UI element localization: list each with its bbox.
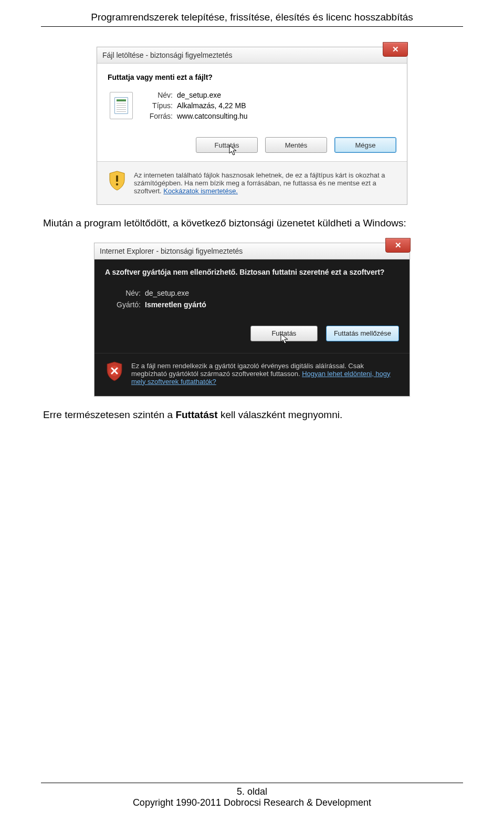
save-label: Mentés [285,141,308,149]
text2-pre: Erre természetesen szintén a [43,409,175,420]
dialog1-meta: Név:de_setup.exe Típus:Alkalmazás, 4,22 … [142,91,248,122]
page-footer: 5. oldal Copyright 1990-2011 Dobrocsi Re… [41,783,463,808]
header-rule [41,26,463,27]
dialog1-warning-area: Az interneten található fájlok hasznosak… [97,161,407,204]
vendor-label: Gyártó: [109,300,141,309]
download-security-dialog: Fájl letöltése - biztonsági figyelmeztet… [97,47,407,205]
cancel-button[interactable]: Mégse [334,137,396,153]
body-text-2: Erre természetesen szintén a Futtatást k… [43,408,461,422]
vendor-value: Ismeretlen gyártó [145,300,206,309]
dialog2-warning-area: Ez a fájl nem rendelkezik a gyártót igaz… [94,353,410,396]
dialog2-prompt: A szoftver gyártója nem ellenőrizhető. B… [94,259,410,285]
file-icon [110,92,133,119]
dialog2-buttons: Futtatás Futtatás mellőzése [94,314,410,353]
shield-warning-icon [108,171,127,190]
close-icon: ✕ [392,45,399,54]
dialog1-titlebar: Fájl letöltése - biztonsági figyelmeztet… [97,47,407,64]
run-label: Futtatás [215,141,239,149]
dialog1-warning-text: Az interneten található fájlok hasznosak… [134,171,396,195]
dialog1-prompt: Futtatja vagy menti ezt a fájlt? [108,73,396,81]
page-header-title: Programrendszerek telepítése, frissítése… [41,12,463,23]
run-button[interactable]: Futtatás [196,137,258,153]
risk-link[interactable]: Kockázatok ismertetése. [163,187,238,195]
name-value: de_setup.exe [145,289,189,297]
close-button[interactable]: ✕ [383,42,408,57]
shield-error-icon [105,362,124,381]
text2-post: kell válaszként megnyomni. [218,409,343,420]
run-label: Futtatás [271,329,296,337]
name-value: de_setup.exe [177,91,221,99]
dialog1-buttons: Futtatás Mentés Mégse [97,128,407,161]
svg-rect-0 [116,175,118,182]
type-value: Alkalmazás, 4,22 MB [177,101,246,110]
body-text-1: Miután a program letöltődött, a következ… [43,216,461,230]
save-button[interactable]: Mentés [265,137,327,153]
source-label: Forrás: [142,112,173,120]
page-number: 5. oldal [41,786,463,797]
run-button[interactable]: Futtatás [250,326,318,341]
skip-label: Futtatás mellőzése [334,329,391,337]
type-label: Típus: [142,101,173,110]
svg-point-1 [116,183,118,185]
footer-rule [41,783,463,783]
name-label: Név: [109,289,141,297]
dialog2-titlebar: Internet Explorer - biztonsági figyelmez… [94,243,410,259]
copyright: Copyright 1990-2011 Dobrocsi Research & … [41,797,463,808]
dialog2-title: Internet Explorer - biztonsági figyelmez… [100,247,243,255]
dialog1-info: Név:de_setup.exe Típus:Alkalmazás, 4,22 … [108,91,396,122]
skip-run-button[interactable]: Futtatás mellőzése [326,326,399,341]
cancel-label: Mégse [355,141,375,149]
dialog2-warning-text: Ez a fájl nem rendelkezik a gyártót igaz… [131,362,399,386]
close-icon: ✕ [395,241,402,250]
dialog1-title: Fájl letöltése - biztonsági figyelmeztet… [102,51,232,59]
dialog1-body: Futtatja vagy menti ezt a fájlt? Név:de_… [97,64,407,128]
ie-security-dialog: Internet Explorer - biztonsági figyelmez… [94,243,410,397]
dialog2-meta: Név:de_setup.exe Gyártó:Ismeretlen gyárt… [94,285,410,314]
close-button[interactable]: ✕ [385,238,411,253]
text2-bold: Futtatást [175,409,217,420]
source-value: www.catconsulting.hu [177,112,248,120]
dialog2-body: A szoftver gyártója nem ellenőrizhető. B… [94,259,410,396]
name-label: Név: [142,91,173,99]
